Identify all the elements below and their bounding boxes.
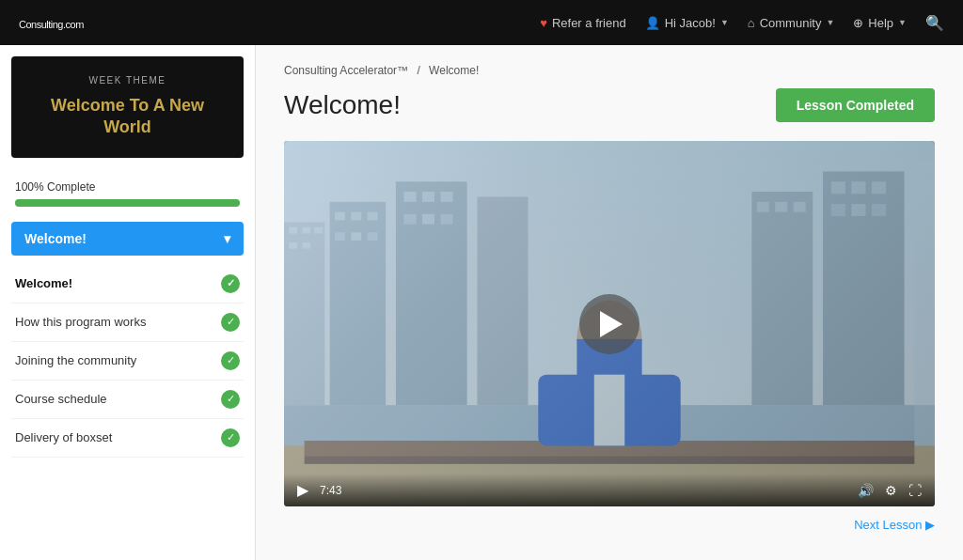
svg-rect-33: [872, 204, 886, 216]
video-player[interactable]: ▶ 7:43 🔊 ⚙ ⛶: [284, 141, 935, 506]
video-timestamp: 7:43: [320, 484, 341, 497]
logo: Consulting.com: [19, 13, 84, 33]
svg-rect-14: [368, 232, 378, 241]
search-button[interactable]: 🔍: [925, 14, 944, 32]
user-menu[interactable]: 👤 Hi Jacob! ▼: [645, 16, 729, 30]
svg-rect-5: [314, 227, 323, 233]
svg-rect-2: [284, 223, 324, 406]
completed-check-icon: ✓: [221, 274, 240, 293]
navbar: Consulting.com ♥ Refer a friend 👤 Hi Jac…: [0, 0, 963, 45]
lesson-label: Joining the community: [15, 353, 136, 367]
svg-rect-4: [302, 227, 310, 233]
list-item[interactable]: Joining the community ✓: [11, 342, 244, 381]
settings-icon[interactable]: ⚙: [885, 483, 897, 498]
main-layout: WEEK THEME Welcome To A New World 100% C…: [0, 45, 963, 560]
svg-rect-18: [441, 192, 453, 202]
sidebar: WEEK THEME Welcome To A New World 100% C…: [0, 45, 256, 560]
refer-friend-nav[interactable]: ♥ Refer a friend: [540, 16, 625, 30]
svg-rect-3: [289, 227, 297, 233]
svg-rect-20: [422, 214, 434, 225]
completed-check-icon: ✓: [221, 428, 240, 447]
breadcrumb-current: Welcome!: [429, 64, 479, 77]
svg-rect-28: [831, 181, 845, 194]
svg-rect-25: [775, 202, 787, 212]
breadcrumb-separator: /: [417, 64, 423, 77]
svg-rect-32: [851, 204, 865, 216]
next-lesson-link[interactable]: Next Lesson ▶: [284, 518, 935, 532]
video-background: [284, 141, 935, 506]
lesson-label: Welcome!: [15, 276, 72, 290]
svg-rect-12: [335, 232, 345, 241]
svg-rect-41: [594, 375, 624, 446]
chevron-down-icon: ▾: [224, 231, 230, 246]
play-icon: [600, 311, 623, 337]
video-controls: ▶ 7:43 🔊 ⚙ ⛶: [284, 474, 935, 506]
svg-rect-24: [757, 202, 769, 212]
heart-icon: ♥: [540, 16, 547, 30]
community-menu[interactable]: ⌂ Community ▼: [748, 16, 835, 30]
chevron-down-icon: ▼: [720, 18, 729, 27]
help-menu[interactable]: ⊕ Help ▼: [853, 16, 907, 30]
help-icon: ⊕: [853, 16, 863, 30]
chevron-down-icon: ▼: [898, 18, 907, 27]
lesson-label: Course schedule: [15, 392, 107, 406]
lesson-list: Welcome! ✓ How this program works ✓ Join…: [0, 265, 255, 458]
svg-rect-9: [335, 212, 345, 221]
page-title: Welcome!: [284, 90, 401, 120]
lesson-label: How this program works: [15, 315, 146, 329]
progress-bar-background: [15, 199, 240, 207]
list-item[interactable]: Delivery of boxset ✓: [11, 419, 244, 458]
progress-bar-fill: [15, 199, 240, 207]
svg-rect-21: [441, 214, 453, 225]
chevron-down-icon: ▼: [826, 18, 834, 27]
progress-label: 100% Complete: [15, 180, 240, 194]
list-item[interactable]: How this program works ✓: [11, 303, 244, 342]
completed-check-icon: ✓: [221, 390, 240, 409]
svg-rect-13: [351, 232, 361, 241]
svg-rect-37: [305, 456, 915, 464]
module-dropdown-label: Welcome!: [24, 231, 87, 246]
module-dropdown[interactable]: Welcome! ▾: [11, 222, 244, 256]
page-header: Welcome! Lesson Completed: [284, 88, 935, 122]
svg-rect-7: [302, 242, 310, 248]
svg-rect-19: [404, 214, 417, 225]
list-item[interactable]: Course schedule ✓: [11, 381, 244, 419]
user-icon: 👤: [645, 16, 660, 30]
svg-rect-11: [368, 212, 378, 221]
progress-area: 100% Complete: [0, 169, 255, 212]
svg-rect-26: [794, 202, 806, 212]
completed-check-icon: ✓: [221, 351, 240, 370]
svg-rect-29: [851, 181, 865, 194]
week-theme-title: Welcome To A New World: [26, 95, 229, 139]
main-content: Consulting Accelerator™ / Welcome! Welco…: [256, 45, 963, 560]
breadcrumb-root: Consulting Accelerator™: [284, 64, 408, 77]
svg-rect-23: [751, 192, 813, 405]
lesson-label: Delivery of boxset: [15, 430, 112, 444]
svg-rect-31: [831, 204, 845, 216]
volume-icon[interactable]: 🔊: [858, 483, 874, 498]
lesson-completed-button[interactable]: Lesson Completed: [776, 88, 935, 122]
home-icon: ⌂: [748, 16, 755, 30]
svg-rect-30: [872, 181, 886, 194]
fullscreen-icon[interactable]: ⛶: [908, 483, 922, 498]
play-pause-button[interactable]: ▶: [297, 481, 308, 499]
svg-rect-10: [351, 212, 361, 221]
svg-rect-17: [422, 192, 434, 202]
svg-rect-6: [289, 242, 297, 248]
svg-rect-22: [477, 196, 528, 405]
svg-rect-16: [404, 192, 417, 202]
week-theme-card: WEEK THEME Welcome To A New World: [11, 56, 244, 158]
play-button[interactable]: [579, 294, 639, 354]
breadcrumb: Consulting Accelerator™ / Welcome!: [284, 64, 935, 77]
list-item[interactable]: Welcome! ✓: [11, 265, 244, 303]
week-theme-label: WEEK THEME: [26, 75, 229, 86]
completed-check-icon: ✓: [221, 313, 240, 332]
